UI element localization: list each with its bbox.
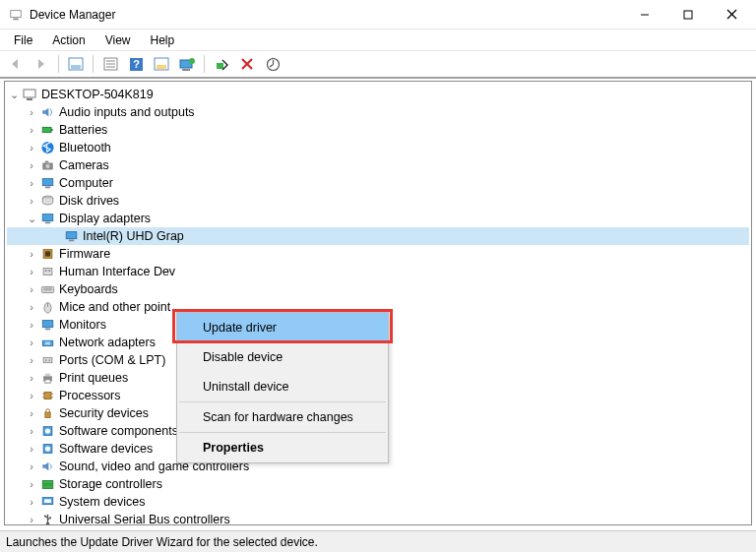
titlebar: Device Manager [0,0,756,30]
ctx-scan-label: Scan for hardware changes [203,410,353,424]
expand-icon[interactable]: › [25,390,38,401]
expand-icon[interactable]: › [25,248,38,260]
expand-icon[interactable]: › [25,337,38,348]
menu-file[interactable]: File [4,31,42,49]
expand-icon[interactable]: › [25,283,38,295]
svg-rect-23 [24,90,35,97]
show-hidden-button[interactable] [64,53,88,75]
tree-category[interactable]: ›Human Interface Dev [7,263,749,280]
disk-icon [39,193,55,209]
menu-view[interactable]: View [95,31,141,49]
menu-action[interactable]: Action [42,31,94,49]
expand-icon[interactable]: › [25,514,38,525]
sound-icon [39,459,55,474]
minimize-button[interactable] [632,5,658,25]
svg-rect-7 [71,65,81,69]
svg-rect-30 [44,161,48,163]
expand-icon[interactable]: › [25,372,38,384]
expand-icon[interactable]: › [25,425,38,437]
expand-icon[interactable]: › [25,443,38,455]
network-icon [39,335,55,350]
cpu-icon [39,388,55,403]
expand-icon[interactable]: › [25,407,38,419]
update-driver-button[interactable] [175,53,199,75]
display-icon [63,228,79,244]
ctx-update-driver[interactable]: Update driver [177,313,388,342]
ctx-scan-hardware[interactable]: Scan for hardware changes [177,402,388,432]
svg-rect-50 [42,340,53,345]
expand-icon[interactable]: › [25,159,38,171]
expand-icon[interactable]: › [25,266,38,277]
menu-help[interactable]: Help [141,31,185,49]
ctx-disable-device[interactable]: Disable device [177,342,388,372]
expand-icon[interactable]: › [25,460,38,472]
tree-category[interactable]: ›System devices [7,493,749,511]
scan-button[interactable] [150,53,173,75]
svg-rect-41 [44,270,46,272]
tree-category[interactable]: ›Batteries [7,121,749,139]
expand-icon[interactable]: › [25,354,38,366]
svg-rect-42 [48,270,50,272]
computer-icon [39,175,55,191]
svg-rect-40 [43,269,52,276]
tree-category[interactable]: ›Cameras [7,156,749,174]
expand-icon[interactable]: › [25,478,38,490]
status-bar: Launches the Update Driver Wizard for th… [0,530,756,552]
svg-rect-64 [44,412,49,417]
svg-rect-31 [42,179,53,186]
tree-category-label: Computer [59,176,117,190]
tree-category[interactable]: ›Audio inputs and outputs [7,103,749,121]
back-button[interactable] [4,53,28,75]
forward-button[interactable] [30,53,53,75]
tree-category[interactable]: ›Firmware [7,245,749,263]
svg-rect-0 [11,10,22,17]
expand-icon[interactable]: › [25,301,38,313]
collapse-icon[interactable]: ⌄ [7,89,21,101]
svg-rect-72 [44,499,51,503]
svg-rect-69 [42,481,53,485]
tree-root[interactable]: ⌄ DESKTOP-504K819 [7,86,749,103]
scan-hardware-button[interactable] [261,53,284,75]
tree-category[interactable]: ›Universal Serial Bus controllers [7,511,749,525]
software-icon [39,441,55,457]
expand-icon[interactable]: › [25,177,38,189]
svg-rect-24 [27,98,32,100]
expand-icon[interactable]: › [25,142,38,153]
toolbar: ? [0,51,756,79]
svg-text:?: ? [133,58,140,70]
security-icon [39,405,55,421]
tree-device-selected[interactable]: Intel(R) UHD Grap [7,227,749,245]
expand-icon[interactable]: › [25,124,38,136]
toolbar-separator [58,55,59,73]
ctx-properties[interactable]: Properties [177,433,388,462]
svg-rect-1 [13,18,18,20]
tree-category[interactable]: ›Storage controllers [7,475,749,493]
help-button[interactable]: ? [124,53,148,75]
ctx-uninstall-device[interactable]: Uninstall device [177,372,388,401]
expand-icon[interactable]: › [25,106,38,118]
expand-icon[interactable]: › [25,319,38,331]
context-menu: Update driver Disable device Uninstall d… [176,312,389,463]
expand-icon[interactable]: › [25,496,38,508]
close-button[interactable] [719,5,744,25]
uninstall-button[interactable] [235,53,259,75]
tree-category-label: Monitors [59,318,110,332]
tree-category[interactable]: ›Disk drives [7,192,749,210]
tree-category[interactable]: ›Computer [7,174,749,192]
ctx-properties-label: Properties [203,441,264,455]
collapse-icon[interactable]: ⌄ [25,213,38,225]
usb-icon [39,512,55,525]
toolbar-separator [204,55,205,73]
tree-category-label: Ports (COM & LPT) [59,353,169,367]
tree-category-label: Audio inputs and outputs [59,105,199,119]
enable-button[interactable] [210,53,233,75]
tree-category[interactable]: ›Bluetooth [7,139,749,156]
maximize-button[interactable] [675,5,701,25]
expand-icon[interactable]: › [25,195,38,207]
bluetooth-icon [39,140,55,155]
tree-category[interactable]: ⌄Display adapters [7,210,749,227]
computer-icon [22,87,37,102]
app-icon [8,7,24,23]
properties-button[interactable] [98,53,122,75]
tree-category[interactable]: ›Keyboards [7,280,749,298]
